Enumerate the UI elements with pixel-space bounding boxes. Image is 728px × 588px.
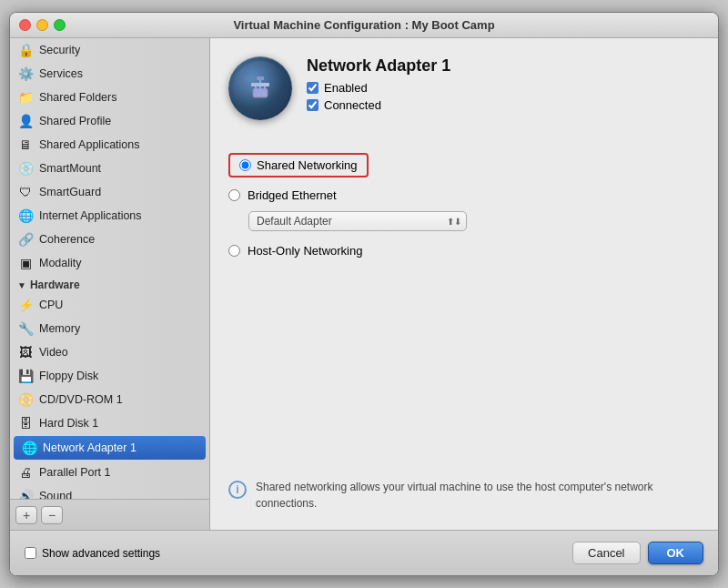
svg-rect-0 [253, 88, 268, 97]
minimize-button[interactable] [36, 19, 48, 31]
parallel-icon: 🖨 [17, 464, 34, 481]
coherence-icon: 🔗 [17, 231, 34, 248]
sidebar-item-shared-profile[interactable]: 👤 Shared Profile [10, 109, 209, 133]
host-only-radio[interactable] [228, 245, 240, 257]
shared-profile-icon: 👤 [17, 113, 34, 129]
close-button[interactable] [19, 19, 31, 31]
adapter-info: Network Adapter 1 Enabled Connected [307, 56, 700, 116]
ok-button[interactable]: OK [648, 542, 704, 564]
bottom-bar: Show advanced settings Cancel OK [10, 530, 718, 575]
sidebar-label-coherence: Coherence [39, 233, 95, 246]
network-adapter-icon: 🌐 [21, 440, 37, 456]
sidebar-label-modality: Modality [39, 257, 82, 269]
sidebar-item-cdrom[interactable]: 📀 CD/DVD-ROM 1 [10, 388, 209, 411]
window-controls [19, 19, 66, 31]
sidebar-item-sound[interactable]: 🔊 Sound [10, 484, 209, 499]
host-only-option[interactable]: Host-Only Networking [228, 238, 700, 263]
add-button[interactable]: + [15, 506, 37, 524]
svg-rect-4 [251, 83, 269, 86]
adapter-icon-circle [228, 56, 292, 120]
smartguard-icon: 🛡 [17, 184, 34, 200]
enabled-label: Enabled [324, 81, 368, 95]
cpu-icon: ⚡ [17, 297, 34, 313]
sidebar-item-video[interactable]: 🖼 Video [10, 340, 209, 364]
floppy-icon: 💾 [17, 368, 34, 384]
sidebar: 🔒 Security ⚙️ Services 📁 Shared Folders … [10, 38, 210, 530]
sidebar-item-smartguard[interactable]: 🛡 SmartGuard [10, 180, 209, 204]
shared-networking-label: Shared Networking [257, 158, 358, 172]
sidebar-label-smartguard: SmartGuard [39, 186, 101, 198]
sidebar-item-parallel-port[interactable]: 🖨 Parallel Port 1 [10, 461, 209, 484]
harddisk-icon: 🗄 [17, 415, 34, 431]
show-advanced-label: Show advanced settings [42, 547, 160, 560]
sidebar-item-network-adapter[interactable]: 🌐 Network Adapter 1 [14, 436, 206, 460]
sound-icon: 🔊 [17, 488, 34, 499]
shared-apps-icon: 🖥 [17, 137, 34, 153]
sidebar-label-shared-profile: Shared Profile [39, 115, 111, 127]
hardware-section-label: Hardware [30, 279, 80, 291]
sidebar-label-security: Security [39, 44, 80, 56]
internet-apps-icon: 🌐 [17, 208, 34, 224]
expand-triangle-icon: ▼ [17, 280, 26, 290]
zoom-button[interactable] [54, 19, 66, 31]
sidebar-label-services: Services [39, 67, 83, 80]
bottom-buttons: Cancel OK [572, 542, 703, 564]
sidebar-item-harddisk[interactable]: 🗄 Hard Disk 1 [10, 411, 209, 435]
sidebar-bottom: + − [10, 499, 209, 530]
sidebar-label-memory: Memory [39, 322, 80, 335]
sidebar-label-sound: Sound [39, 490, 72, 499]
sidebar-item-memory[interactable]: 🔧 Memory [10, 317, 209, 340]
enabled-checkbox[interactable] [307, 82, 318, 94]
sidebar-item-coherence[interactable]: 🔗 Coherence [10, 228, 209, 251]
sidebar-label-cpu: CPU [39, 299, 63, 311]
sidebar-label-network-adapter: Network Adapter 1 [43, 441, 136, 454]
shared-networking-radio[interactable] [239, 159, 251, 171]
adapter-dropdown-wrapper: Default Adapter ⬆⬇ [248, 211, 467, 231]
bridged-ethernet-option[interactable]: Bridged Ethernet [228, 183, 700, 208]
sidebar-item-modality[interactable]: ▣ Modality [10, 251, 209, 275]
svg-rect-1 [255, 85, 257, 90]
sidebar-label-smartmount: SmartMount [39, 162, 101, 175]
connected-row: Connected [307, 98, 700, 112]
memory-icon: 🔧 [17, 320, 34, 337]
main-panel: Network Adapter 1 Enabled Connected [210, 38, 718, 530]
sidebar-label-video: Video [39, 346, 68, 359]
sidebar-label-harddisk: Hard Disk 1 [39, 417, 98, 430]
sidebar-item-smartmount[interactable]: 💿 SmartMount [10, 157, 209, 180]
sidebar-item-shared-folders[interactable]: 📁 Shared Folders [10, 86, 209, 109]
sidebar-scroll[interactable]: 🔒 Security ⚙️ Services 📁 Shared Folders … [10, 38, 209, 499]
remove-button[interactable]: − [41, 506, 63, 524]
cdrom-icon: 📀 [17, 391, 34, 408]
shared-networking-box[interactable]: Shared Networking [228, 153, 369, 177]
svg-rect-3 [264, 85, 266, 90]
sidebar-label-internet-apps: Internet Applications [39, 209, 142, 222]
default-adapter-select[interactable]: Default Adapter [248, 211, 467, 231]
ethernet-svg-icon [244, 72, 277, 105]
modality-icon: ▣ [17, 255, 34, 271]
security-icon: 🔒 [17, 42, 34, 58]
shared-folders-icon: 📁 [17, 89, 34, 106]
sidebar-item-internet-applications[interactable]: 🌐 Internet Applications [10, 204, 209, 228]
content-area: 🔒 Security ⚙️ Services 📁 Shared Folders … [10, 38, 718, 530]
shared-networking-option[interactable]: Shared Networking [228, 147, 700, 183]
bridged-sub-options: Default Adapter ⬆⬇ [248, 211, 700, 231]
cancel-button[interactable]: Cancel [572, 542, 640, 564]
sidebar-label-floppy: Floppy Disk [39, 370, 98, 382]
svg-rect-6 [257, 76, 264, 80]
sidebar-item-shared-applications[interactable]: 🖥 Shared Applications [10, 133, 209, 157]
connected-label: Connected [324, 98, 381, 112]
svg-rect-2 [259, 85, 261, 90]
sidebar-item-services[interactable]: ⚙️ Services [10, 62, 209, 86]
sidebar-item-security[interactable]: 🔒 Security [10, 38, 209, 62]
titlebar: Virtual Machine Configuration : My Boot … [10, 13, 718, 38]
bridged-ethernet-radio[interactable] [228, 189, 240, 201]
show-advanced-checkbox[interactable] [25, 547, 36, 559]
sidebar-label-parallel: Parallel Port 1 [39, 466, 111, 479]
services-icon: ⚙️ [17, 66, 34, 82]
main-window: Virtual Machine Configuration : My Boot … [9, 12, 719, 576]
sidebar-item-cpu[interactable]: ⚡ CPU [10, 293, 209, 317]
sidebar-item-floppy[interactable]: 💾 Floppy Disk [10, 364, 209, 388]
hardware-section-header[interactable]: ▼ Hardware [10, 275, 209, 293]
connected-checkbox[interactable] [307, 99, 318, 111]
window-title: Virtual Machine Configuration : My Boot … [233, 18, 494, 32]
